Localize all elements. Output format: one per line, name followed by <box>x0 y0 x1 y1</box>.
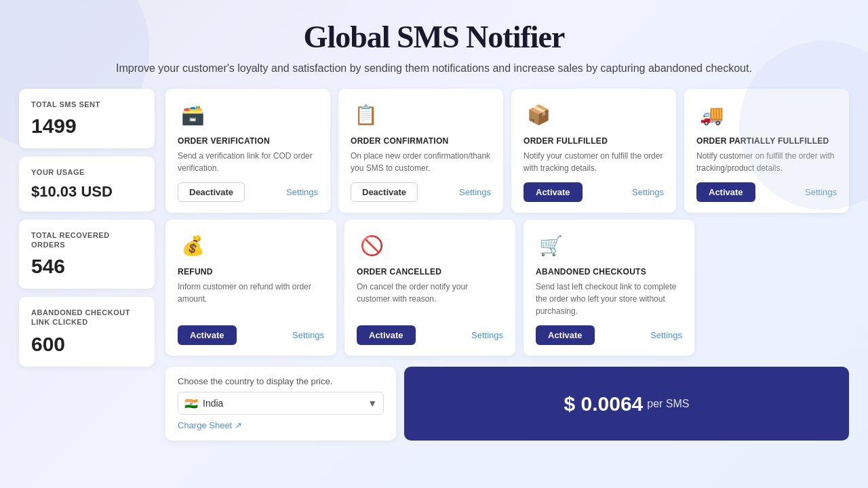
refund-button[interactable]: Activate <box>178 325 237 345</box>
abandoned-checkout-value: 600 <box>31 333 142 356</box>
country-selector: Choose the country to display the price.… <box>165 367 396 441</box>
order-partially-fulfilled-settings[interactable]: Settings <box>805 187 837 197</box>
country-select-wrapper: 🇮🇳 India USA UK ▼ <box>178 392 384 415</box>
total-sms-value: 1499 <box>31 115 142 138</box>
main-layout: TOTAL SMS SENT 1499 YOUR USAGE $10.03 US… <box>14 89 854 441</box>
charge-sheet-link[interactable]: Charge Sheet ↗ <box>178 420 242 430</box>
order-verification-title: ORDER VERIFICATION <box>178 136 318 146</box>
abandoned-checkouts-actions: Activate Settings <box>536 325 682 345</box>
stat-total-recovered: TOTAL RECOVERED ORDERS 546 <box>19 220 155 289</box>
your-usage-value: $10.03 USD <box>31 183 142 201</box>
order-fulfilled-settings[interactable]: Settings <box>632 187 664 197</box>
abandoned-checkout-label: ABANDONED CHECKOUT LINK CLICKED <box>31 308 142 327</box>
order-confirmation-title: ORDER CONFIRMATION <box>351 136 491 146</box>
stat-total-sms-sent: TOTAL SMS SENT 1499 <box>19 89 155 148</box>
order-confirmation-actions: Deactivate Settings <box>351 182 491 202</box>
order-cancelled-settings[interactable]: Settings <box>471 330 503 340</box>
order-fulfilled-button[interactable]: Activate <box>524 182 583 202</box>
card-order-verification: 🗃️ ORDER VERIFICATION Send a verificatio… <box>165 89 330 213</box>
empty-spacer <box>703 220 849 356</box>
card-refund: 💰 REFUND Inform customer on refund with … <box>165 220 336 356</box>
card-order-fulfilled: 📦 ORDER FULLFILLED Notify your customer … <box>511 89 676 213</box>
total-recovered-label: TOTAL RECOVERED ORDERS <box>31 230 142 250</box>
cards-row-1: 🗃️ ORDER VERIFICATION Send a verificatio… <box>165 89 849 213</box>
abandoned-checkouts-button[interactable]: Activate <box>536 325 595 345</box>
india-flag-icon: 🇮🇳 <box>184 397 198 410</box>
stats-sidebar: TOTAL SMS SENT 1499 YOUR USAGE $10.03 US… <box>19 89 155 441</box>
order-confirmation-button[interactable]: Deactivate <box>351 182 418 202</box>
order-fulfilled-icon: 📦 <box>524 100 553 129</box>
refund-icon: 💰 <box>178 230 208 260</box>
cards-row-2: 💰 REFUND Inform customer on refund with … <box>165 220 849 356</box>
order-partially-fulfilled-button[interactable]: Activate <box>696 182 755 202</box>
country-select[interactable]: India USA UK <box>178 392 384 415</box>
order-confirmation-settings[interactable]: Settings <box>459 187 491 197</box>
page-header: Global SMS Notifier Improve your custome… <box>14 0 854 89</box>
stat-your-usage: YOUR USAGE $10.03 USD <box>19 157 155 211</box>
refund-settings[interactable]: Settings <box>292 330 324 340</box>
page-subtitle: Improve your customer's loyalty and sati… <box>14 60 854 77</box>
external-link-icon: ↗ <box>235 420 242 430</box>
order-verification-actions: Deactivate Settings <box>178 182 318 202</box>
country-label: Choose the country to display the price. <box>178 376 384 386</box>
order-fulfilled-desc: Notify your customer on fulfill the orde… <box>524 150 664 174</box>
price-display: $ 0.0064 per SMS <box>404 367 849 441</box>
card-order-cancelled: 🚫 ORDER CANCELLED On cancel the order no… <box>344 220 515 356</box>
total-recovered-value: 546 <box>31 255 142 278</box>
order-partially-fulfilled-icon: 🚚 <box>696 100 726 129</box>
refund-title: REFUND <box>178 267 324 277</box>
abandoned-checkouts-desc: Send last left checkout link to complete… <box>536 281 682 317</box>
abandoned-checkouts-settings[interactable]: Settings <box>650 330 682 340</box>
refund-actions: Activate Settings <box>178 325 324 345</box>
order-fulfilled-actions: Activate Settings <box>524 182 664 202</box>
order-cancelled-desc: On cancel the order notify your customer… <box>357 281 503 317</box>
order-partially-fulfilled-actions: Activate Settings <box>696 182 837 202</box>
price-unit: per SMS <box>647 398 689 410</box>
page-title: Global SMS Notifier <box>14 19 854 55</box>
price-amount: $ 0.0064 <box>564 392 643 415</box>
order-confirmation-desc: On place new order confirmation/thank yo… <box>351 150 491 174</box>
order-cancelled-actions: Activate Settings <box>357 325 503 345</box>
chevron-down-icon: ▼ <box>368 398 377 409</box>
order-partially-fulfilled-desc: Notify customer on fulfill the order wit… <box>696 150 837 174</box>
your-usage-label: YOUR USAGE <box>31 167 142 177</box>
total-sms-label: TOTAL SMS SENT <box>31 100 142 109</box>
stat-abandoned-checkout: ABANDONED CHECKOUT LINK CLICKED 600 <box>19 297 155 367</box>
order-confirmation-icon: 📋 <box>351 100 380 129</box>
abandoned-checkouts-icon: 🛒 <box>536 230 566 260</box>
order-partially-fulfilled-title: ORDER PARTIALLY FULLFILLED <box>696 136 837 146</box>
order-cancelled-button[interactable]: Activate <box>357 325 416 345</box>
order-verification-desc: Send a verification link for COD order v… <box>178 150 318 174</box>
card-abandoned-checkouts: 🛒 ABANDONED CHECKOUTS Send last left che… <box>524 220 694 356</box>
card-order-confirmation: 📋 ORDER CONFIRMATION On place new order … <box>338 89 503 213</box>
cards-area: 🗃️ ORDER VERIFICATION Send a verificatio… <box>165 89 849 441</box>
order-verification-icon: 🗃️ <box>178 100 208 129</box>
order-verification-settings[interactable]: Settings <box>286 187 318 197</box>
order-cancelled-title: ORDER CANCELLED <box>357 267 503 277</box>
card-order-partially-fulfilled: 🚚 ORDER PARTIALLY FULLFILLED Notify cust… <box>684 89 849 213</box>
pricing-area: Choose the country to display the price.… <box>165 367 849 441</box>
order-fulfilled-title: ORDER FULLFILLED <box>524 136 664 146</box>
order-cancelled-icon: 🚫 <box>357 230 387 260</box>
order-verification-button[interactable]: Deactivate <box>178 182 245 202</box>
charge-sheet-label: Charge Sheet <box>178 420 232 430</box>
abandoned-checkouts-title: ABANDONED CHECKOUTS <box>536 267 682 277</box>
refund-desc: Inform customer on refund with order amo… <box>178 281 324 317</box>
